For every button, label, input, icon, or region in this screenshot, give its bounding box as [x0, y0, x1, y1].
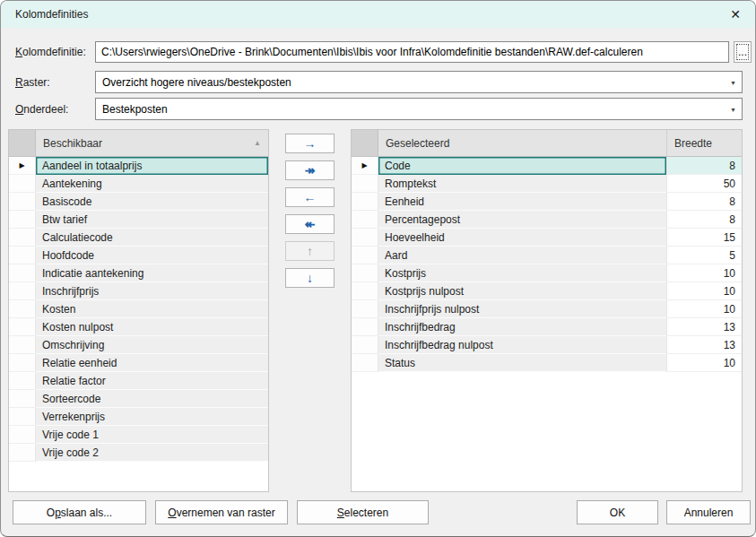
- column-name-cell[interactable]: Aard: [378, 247, 666, 264]
- selected-row[interactable]: Hoeveelheid15: [352, 229, 742, 247]
- column-width-cell[interactable]: 50: [666, 175, 742, 193]
- available-row[interactable]: Kosten nulpost: [9, 318, 268, 336]
- column-width-cell[interactable]: 8: [666, 211, 742, 229]
- column-name-cell[interactable]: Eenheid: [378, 193, 666, 211]
- column-name-cell[interactable]: Inschrijfbedrag: [378, 318, 666, 336]
- available-row[interactable]: Basiscode: [9, 193, 268, 211]
- row-marker-cell[interactable]: [9, 354, 36, 372]
- available-row[interactable]: Vrije code 2: [9, 444, 268, 462]
- column-name-cell[interactable]: Inschrijfprijs: [36, 282, 268, 300]
- row-marker-cell[interactable]: [9, 336, 36, 354]
- selected-row[interactable]: Aard5: [352, 247, 742, 264]
- row-marker-cell[interactable]: [9, 175, 36, 193]
- column-width-cell[interactable]: 13: [666, 336, 742, 354]
- titlebar[interactable]: Kolomdefinities ✕: [1, 1, 755, 28]
- selected-row[interactable]: Romptekst50: [352, 175, 742, 193]
- column-name-cell[interactable]: Sorteercode: [36, 390, 268, 408]
- available-row[interactable]: Sorteercode: [9, 390, 268, 408]
- selected-row[interactable]: Kostprijs10: [352, 264, 742, 282]
- selected-row[interactable]: ▶Code8: [352, 157, 742, 175]
- selected-row[interactable]: Percentagepost8: [352, 211, 742, 229]
- column-width-cell[interactable]: 10: [666, 282, 742, 300]
- row-marker-cell[interactable]: [9, 390, 36, 408]
- row-marker-cell[interactable]: ▶: [352, 157, 378, 175]
- row-marker-cell[interactable]: ▶: [9, 157, 36, 175]
- row-marker-cell[interactable]: [9, 211, 36, 229]
- browse-button[interactable]: ...: [734, 41, 752, 63]
- column-name-cell[interactable]: Calculatiecode: [36, 229, 268, 247]
- row-marker-cell[interactable]: [352, 300, 378, 318]
- available-row[interactable]: Relatie factor: [9, 372, 268, 390]
- row-marker-cell[interactable]: [9, 282, 36, 300]
- available-row[interactable]: Verrekenprijs: [9, 408, 268, 426]
- move-down-button[interactable]: ↓: [285, 268, 335, 288]
- column-name-cell[interactable]: Hoofdcode: [36, 247, 268, 264]
- column-width-cell[interactable]: 8: [666, 193, 742, 211]
- annuleren-button[interactable]: Annuleren: [666, 500, 751, 524]
- row-marker-cell[interactable]: [352, 229, 378, 247]
- row-marker-cell[interactable]: [9, 247, 36, 264]
- column-name-cell[interactable]: Kostprijs: [378, 264, 666, 282]
- row-marker-cell[interactable]: [9, 372, 36, 390]
- available-row[interactable]: Vrije code 1: [9, 426, 268, 444]
- column-name-cell[interactable]: Kosten: [36, 300, 268, 318]
- available-row[interactable]: Aantekening: [9, 175, 268, 193]
- row-marker-cell[interactable]: [352, 336, 378, 354]
- row-marker-cell[interactable]: [9, 229, 36, 247]
- column-name-cell[interactable]: Relatie eenheid: [36, 354, 268, 372]
- row-marker-cell[interactable]: [352, 175, 378, 193]
- raster-select[interactable]: Overzicht hogere niveaus/bestekposten ▼: [95, 71, 743, 93]
- ok-button[interactable]: OK: [577, 500, 658, 524]
- column-name-cell[interactable]: Btw tarief: [36, 211, 268, 229]
- row-marker-cell[interactable]: [9, 318, 36, 336]
- column-width-cell[interactable]: 10: [666, 264, 742, 282]
- column-width-cell[interactable]: 5: [666, 247, 742, 264]
- available-row[interactable]: Omschrijving: [9, 336, 268, 354]
- column-name-cell[interactable]: Aandeel in totaalprijs: [36, 157, 268, 175]
- row-marker-cell[interactable]: [9, 300, 36, 318]
- column-name-cell[interactable]: Basiscode: [36, 193, 268, 211]
- row-marker-cell[interactable]: [352, 211, 378, 229]
- selected-row[interactable]: Inschrijfbedrag13: [352, 318, 742, 336]
- selected-row[interactable]: Inschrijfprijs nulpost10: [352, 300, 742, 318]
- column-name-cell[interactable]: Inschrijfbedrag nulpost: [378, 336, 666, 354]
- overnemen-van-raster-button[interactable]: Overnemen van raster: [155, 500, 288, 524]
- column-name-cell[interactable]: Aantekening: [36, 175, 268, 193]
- column-name-cell[interactable]: Romptekst: [378, 175, 666, 193]
- row-marker-cell[interactable]: [352, 193, 378, 211]
- move-all-left-button[interactable]: ↞: [285, 214, 335, 234]
- move-left-button[interactable]: ←: [285, 187, 335, 207]
- selected-row[interactable]: Eenheid8: [352, 193, 742, 211]
- column-width-cell[interactable]: 13: [666, 318, 742, 336]
- column-name-cell[interactable]: Percentagepost: [378, 211, 666, 229]
- row-marker-cell[interactable]: [9, 444, 36, 462]
- breedte-column-header[interactable]: Breedte: [666, 130, 742, 157]
- column-name-cell[interactable]: Vrije code 2: [36, 444, 268, 462]
- selected-column-header[interactable]: Geselecteerd: [378, 130, 666, 157]
- row-marker-cell[interactable]: [9, 264, 36, 282]
- column-name-cell[interactable]: Indicatie aantekening: [36, 264, 268, 282]
- column-width-cell[interactable]: 8: [666, 157, 742, 175]
- available-row[interactable]: ▶Aandeel in totaalprijs: [9, 157, 268, 175]
- column-name-cell[interactable]: Status: [378, 354, 666, 372]
- column-name-cell[interactable]: Inschrijfprijs nulpost: [378, 300, 666, 318]
- row-marker-cell[interactable]: [352, 282, 378, 300]
- selecteren-button[interactable]: Selecteren: [297, 500, 429, 524]
- column-name-cell[interactable]: Code: [378, 157, 666, 175]
- available-row[interactable]: Btw tarief: [9, 211, 268, 229]
- available-row[interactable]: Hoofdcode: [9, 247, 268, 264]
- column-name-cell[interactable]: Vrije code 1: [36, 426, 268, 444]
- row-marker-cell[interactable]: [352, 318, 378, 336]
- row-marker-cell[interactable]: [352, 247, 378, 264]
- available-row[interactable]: Inschrijfprijs: [9, 282, 268, 300]
- column-name-cell[interactable]: Kostprijs nulpost: [378, 282, 666, 300]
- opslaan-als-button[interactable]: Opslaan als...: [13, 500, 146, 524]
- row-marker-cell[interactable]: [9, 426, 36, 444]
- column-width-cell[interactable]: 10: [666, 354, 742, 372]
- available-column-header[interactable]: Beschikbaar ▲: [36, 130, 268, 157]
- onderdeel-select[interactable]: Bestekposten ▼: [95, 98, 743, 120]
- row-marker-cell[interactable]: [352, 264, 378, 282]
- column-name-cell[interactable]: Relatie factor: [36, 372, 268, 390]
- available-row[interactable]: Indicatie aantekening: [9, 264, 268, 282]
- close-icon[interactable]: ✕: [724, 4, 747, 25]
